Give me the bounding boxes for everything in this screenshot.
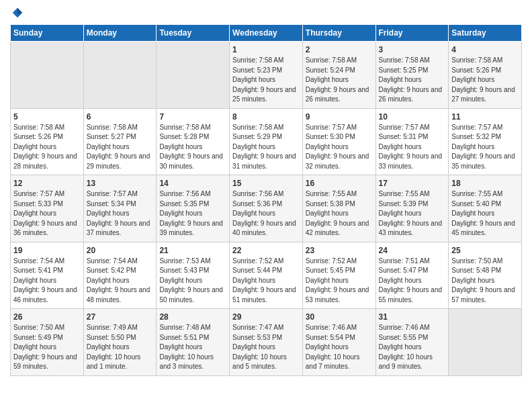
day-info: Sunrise: 7:50 AMSunset: 5:48 PMDaylight … [451, 257, 519, 306]
day-info: Sunrise: 7:57 AMSunset: 5:34 PMDaylight … [87, 189, 154, 238]
day-info: Sunrise: 7:49 AMSunset: 5:50 PMDaylight … [87, 323, 154, 372]
day-info: Sunrise: 7:55 AMSunset: 5:39 PMDaylight … [379, 189, 446, 238]
day-number: 18 [451, 179, 519, 188]
day-cell: 22 Sunrise: 7:52 AMSunset: 5:44 PMDaylig… [230, 242, 303, 309]
day-number: 25 [451, 246, 519, 255]
weekday-header-friday: Friday [375, 25, 449, 42]
day-cell: 14 Sunrise: 7:56 AMSunset: 5:35 PMDaylig… [157, 175, 230, 242]
day-info: Sunrise: 7:56 AMSunset: 5:36 PMDaylight … [232, 189, 300, 238]
day-number: 27 [87, 312, 154, 322]
day-number: 13 [87, 179, 154, 188]
day-number: 7 [159, 112, 226, 122]
day-cell: 29 Sunrise: 7:47 AMSunset: 5:53 PMDaylig… [230, 309, 303, 376]
day-info: Sunrise: 7:47 AMSunset: 5:53 PMDaylight … [232, 323, 300, 372]
day-cell: 26 Sunrise: 7:50 AMSunset: 5:49 PMDaylig… [11, 309, 84, 376]
day-cell: 21 Sunrise: 7:53 AMSunset: 5:43 PMDaylig… [157, 242, 230, 309]
week-row-4: 19 Sunrise: 7:54 AMSunset: 5:41 PMDaylig… [11, 242, 522, 309]
day-number: 16 [306, 179, 373, 188]
day-info: Sunrise: 7:54 AMSunset: 5:42 PMDaylight … [87, 257, 154, 306]
weekday-header-wednesday: Wednesday [230, 25, 303, 42]
day-cell: 13 Sunrise: 7:57 AMSunset: 5:34 PMDaylig… [83, 175, 157, 242]
day-number: 8 [232, 112, 300, 122]
day-cell: 15 Sunrise: 7:56 AMSunset: 5:36 PMDaylig… [230, 175, 303, 242]
day-cell [157, 42, 230, 109]
day-number: 30 [306, 312, 373, 322]
day-cell: 20 Sunrise: 7:54 AMSunset: 5:42 PMDaylig… [83, 242, 157, 309]
day-cell: 31 Sunrise: 7:46 AMSunset: 5:55 PMDaylig… [375, 309, 449, 376]
day-info: Sunrise: 7:58 AMSunset: 5:27 PMDaylight … [87, 123, 154, 172]
day-cell: 25 Sunrise: 7:50 AMSunset: 5:48 PMDaylig… [449, 242, 522, 309]
day-cell: 3 Sunrise: 7:58 AMSunset: 5:25 PMDayligh… [375, 42, 449, 109]
day-number: 20 [87, 246, 154, 255]
day-cell: 27 Sunrise: 7:49 AMSunset: 5:50 PMDaylig… [83, 309, 157, 376]
day-info: Sunrise: 7:57 AMSunset: 5:33 PMDaylight … [13, 189, 81, 238]
day-cell: 18 Sunrise: 7:55 AMSunset: 5:40 PMDaylig… [449, 175, 522, 242]
day-info: Sunrise: 7:52 AMSunset: 5:45 PMDaylight … [306, 257, 373, 306]
day-number: 29 [232, 312, 300, 322]
day-cell: 10 Sunrise: 7:57 AMSunset: 5:31 PMDaylig… [375, 108, 449, 175]
day-cell: 16 Sunrise: 7:55 AMSunset: 5:38 PMDaylig… [302, 175, 375, 242]
weekday-header-tuesday: Tuesday [157, 25, 230, 42]
day-info: Sunrise: 7:50 AMSunset: 5:49 PMDaylight … [13, 323, 81, 372]
day-number: 9 [306, 112, 373, 122]
weekday-header-saturday: Saturday [449, 25, 522, 42]
header [10, 7, 522, 19]
day-cell: 30 Sunrise: 7:46 AMSunset: 5:54 PMDaylig… [302, 309, 375, 376]
day-cell: 2 Sunrise: 7:58 AMSunset: 5:24 PMDayligh… [302, 42, 375, 109]
weekday-header-thursday: Thursday [302, 25, 375, 42]
calendar-table: SundayMondayTuesdayWednesdayThursdayFrid… [10, 24, 522, 376]
day-number: 17 [379, 179, 446, 188]
day-info: Sunrise: 7:58 AMSunset: 5:23 PMDaylight … [232, 56, 300, 105]
day-info: Sunrise: 7:57 AMSunset: 5:32 PMDaylight … [451, 123, 519, 172]
day-number: 2 [306, 45, 373, 54]
day-info: Sunrise: 7:58 AMSunset: 5:28 PMDaylight … [159, 123, 226, 172]
day-cell: 6 Sunrise: 7:58 AMSunset: 5:27 PMDayligh… [83, 108, 157, 175]
day-number: 24 [379, 246, 446, 255]
day-number: 19 [13, 246, 81, 255]
day-number: 22 [232, 246, 300, 255]
day-info: Sunrise: 7:48 AMSunset: 5:51 PMDaylight … [159, 323, 226, 372]
day-info: Sunrise: 7:57 AMSunset: 5:30 PMDaylight … [306, 123, 373, 172]
weekday-header-monday: Monday [83, 25, 157, 42]
day-number: 31 [379, 312, 446, 322]
weekday-header-row: SundayMondayTuesdayWednesdayThursdayFrid… [11, 25, 522, 42]
day-cell [83, 42, 157, 109]
week-row-1: 1 Sunrise: 7:58 AMSunset: 5:23 PMDayligh… [11, 42, 522, 109]
day-info: Sunrise: 7:58 AMSunset: 5:25 PMDaylight … [379, 56, 446, 105]
day-info: Sunrise: 7:58 AMSunset: 5:24 PMDaylight … [306, 56, 373, 105]
day-info: Sunrise: 7:46 AMSunset: 5:55 PMDaylight … [379, 323, 446, 372]
logo-icon [11, 7, 24, 19]
week-row-3: 12 Sunrise: 7:57 AMSunset: 5:33 PMDaylig… [11, 175, 522, 242]
day-number: 5 [13, 112, 81, 122]
day-info: Sunrise: 7:56 AMSunset: 5:35 PMDaylight … [159, 189, 226, 238]
day-info: Sunrise: 7:53 AMSunset: 5:43 PMDaylight … [159, 257, 226, 306]
day-cell: 23 Sunrise: 7:52 AMSunset: 5:45 PMDaylig… [302, 242, 375, 309]
day-number: 6 [87, 112, 154, 122]
day-info: Sunrise: 7:54 AMSunset: 5:41 PMDaylight … [13, 257, 81, 306]
week-row-5: 26 Sunrise: 7:50 AMSunset: 5:49 PMDaylig… [11, 309, 522, 376]
day-info: Sunrise: 7:55 AMSunset: 5:40 PMDaylight … [451, 189, 519, 238]
day-cell: 17 Sunrise: 7:55 AMSunset: 5:39 PMDaylig… [375, 175, 449, 242]
day-cell [449, 309, 522, 376]
day-number: 12 [13, 179, 81, 188]
day-info: Sunrise: 7:58 AMSunset: 5:26 PMDaylight … [451, 56, 519, 105]
day-cell [11, 42, 84, 109]
day-info: Sunrise: 7:55 AMSunset: 5:38 PMDaylight … [306, 189, 373, 238]
day-cell: 8 Sunrise: 7:58 AMSunset: 5:29 PMDayligh… [230, 108, 303, 175]
day-info: Sunrise: 7:46 AMSunset: 5:54 PMDaylight … [306, 323, 373, 372]
day-cell: 12 Sunrise: 7:57 AMSunset: 5:33 PMDaylig… [11, 175, 84, 242]
day-number: 4 [451, 45, 519, 54]
day-cell: 5 Sunrise: 7:58 AMSunset: 5:26 PMDayligh… [11, 108, 84, 175]
logo [10, 7, 26, 19]
day-number: 15 [232, 179, 300, 188]
day-cell: 28 Sunrise: 7:48 AMSunset: 5:51 PMDaylig… [157, 309, 230, 376]
day-cell: 24 Sunrise: 7:51 AMSunset: 5:47 PMDaylig… [375, 242, 449, 309]
day-number: 26 [13, 312, 81, 322]
day-cell: 9 Sunrise: 7:57 AMSunset: 5:30 PMDayligh… [302, 108, 375, 175]
day-number: 11 [451, 112, 519, 122]
day-number: 28 [159, 312, 226, 322]
day-number: 14 [159, 179, 226, 188]
calendar-page: SundayMondayTuesdayWednesdayThursdayFrid… [0, 0, 532, 386]
day-cell: 11 Sunrise: 7:57 AMSunset: 5:32 PMDaylig… [449, 108, 522, 175]
day-number: 21 [159, 246, 226, 255]
